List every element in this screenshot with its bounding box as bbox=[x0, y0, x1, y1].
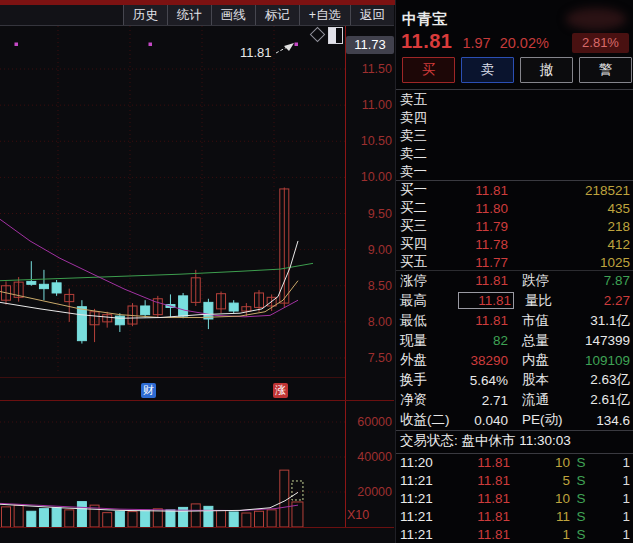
divider bbox=[396, 89, 633, 90]
price-tick: 8.50 bbox=[346, 279, 392, 293]
ask-list: 卖五卖四卖三卖二卖一 bbox=[396, 91, 633, 180]
stat-row: 现量82总量147399 bbox=[396, 331, 633, 351]
toolbar-item-标记[interactable]: 标记 bbox=[255, 5, 299, 25]
candlestick-chart[interactable] bbox=[0, 0, 395, 543]
toolbar-item-历史[interactable]: 历史 bbox=[123, 5, 167, 25]
price-tick: 7.50 bbox=[346, 351, 392, 365]
sell-button[interactable]: 卖 bbox=[461, 57, 514, 83]
event-badge[interactable]: 财 bbox=[141, 383, 156, 398]
ask-row[interactable]: 卖五 bbox=[396, 91, 633, 109]
bid-row[interactable]: 买一11.81218521 bbox=[396, 181, 633, 199]
stat-row: 涨停11.81跌停7.87 bbox=[396, 271, 633, 291]
tick-list: 11:2011.8110S111:2111.815S111:2111.8110S… bbox=[396, 454, 633, 543]
trading-status: 交易状态: 盘中休市 11:30:03 bbox=[400, 432, 571, 450]
price-tick: 8.00 bbox=[346, 315, 392, 329]
tick-row: 11:2111.811S1 bbox=[396, 525, 633, 543]
page-icon[interactable] bbox=[328, 27, 343, 44]
stat-row: 换手5.64%股本2.63亿 bbox=[396, 370, 633, 390]
volume-tick: 20000 bbox=[346, 485, 392, 499]
toolbar-item-画线[interactable]: 画线 bbox=[211, 5, 255, 25]
price-change: 1.97 bbox=[462, 35, 490, 51]
plain-button[interactable]: 撤 bbox=[520, 57, 573, 83]
bid-list: 买一11.81218521买二11.80435买三11.79218买四11.78… bbox=[396, 181, 633, 270]
index-change-badge: 2.81% bbox=[572, 33, 629, 53]
chart-region: 11.5011.0010.5010.009.509.008.508.007.50… bbox=[0, 0, 395, 543]
stat-row: 净资2.71流通2.61亿 bbox=[396, 390, 633, 410]
volume-tick: 40000 bbox=[346, 450, 392, 464]
tick-row: 11:2111.8111S1 bbox=[396, 507, 633, 525]
price-tick: 9.00 bbox=[346, 243, 392, 257]
price-tick: 10.50 bbox=[346, 134, 392, 148]
trade-buttons: 买卖撤警 bbox=[402, 57, 632, 83]
stat-row: 收益(二)0.040PE(动)134.6 bbox=[396, 410, 633, 430]
volume-tick: 60000 bbox=[346, 415, 392, 429]
bid-row[interactable]: 买二11.80435 bbox=[396, 199, 633, 217]
tick-row: 11:2111.815S1 bbox=[396, 472, 633, 490]
toolbar-item-统计[interactable]: 统计 bbox=[167, 5, 211, 25]
divider bbox=[396, 430, 633, 431]
price-annotation: 11.81 bbox=[240, 45, 272, 60]
ask-row[interactable]: 卖一 bbox=[396, 163, 633, 181]
toolbar-item-返回[interactable]: 返回 bbox=[350, 5, 394, 25]
quote-panel: 中青宝 11.81 1.97 20.02% 2.81% 买卖撤警 卖五卖四卖三卖… bbox=[395, 0, 633, 543]
bid-row[interactable]: 买三11.79218 bbox=[396, 217, 633, 235]
bid-row[interactable]: 买四11.78412 bbox=[396, 235, 633, 253]
volume-unit-label: X10 bbox=[347, 508, 369, 522]
toolbar-item-+自选[interactable]: +自选 bbox=[299, 5, 350, 25]
redaction-smudge bbox=[566, 8, 626, 30]
toolbar-menu: 历史统计画线标记+自选返回 bbox=[123, 5, 394, 25]
ask-row[interactable]: 卖四 bbox=[396, 109, 633, 127]
price-tick: 9.50 bbox=[346, 207, 392, 221]
chart-toolbar: 历史统计画线标记+自选返回 bbox=[0, 5, 394, 26]
stat-row: 最高11.81量比2.27 bbox=[396, 291, 633, 311]
price-row: 11.81 1.97 20.02% bbox=[401, 30, 549, 53]
ask-row[interactable]: 卖二 bbox=[396, 145, 633, 163]
stat-row: 外盘38290内盘109109 bbox=[396, 351, 633, 371]
plain-button[interactable]: 警 bbox=[579, 57, 632, 83]
buy-button[interactable]: 买 bbox=[402, 57, 455, 83]
stat-row: 最低11.81市值31.1亿 bbox=[396, 311, 633, 331]
event-badge[interactable]: 涨 bbox=[273, 383, 288, 398]
ask-row[interactable]: 卖三 bbox=[396, 127, 633, 145]
current-price-tag: 11.73 bbox=[346, 36, 394, 54]
stock-name: 中青宝 bbox=[402, 10, 447, 29]
stats-list: 涨停11.81跌停7.87最高11.81量比2.27最低11.81市值31.1亿… bbox=[396, 271, 633, 430]
tick-row: 11:2111.8110S1 bbox=[396, 490, 633, 508]
price-tick: 11.00 bbox=[346, 98, 392, 112]
bid-row[interactable]: 买五11.771025 bbox=[396, 253, 633, 271]
last-price: 11.81 bbox=[401, 30, 452, 53]
tick-row: 11:2011.8110S1 bbox=[396, 454, 633, 472]
price-tick: 11.50 bbox=[346, 62, 392, 76]
price-change-pct: 20.02% bbox=[500, 35, 549, 51]
price-tick: 10.00 bbox=[346, 170, 392, 184]
